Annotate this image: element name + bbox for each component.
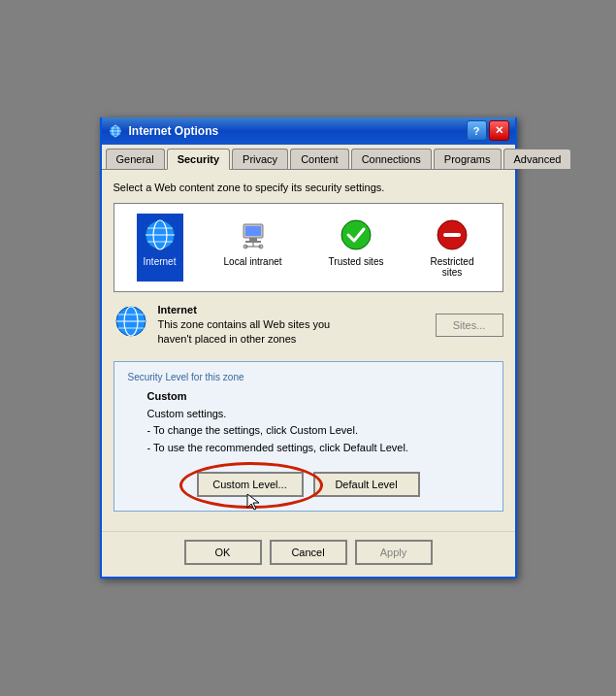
default-level-button[interactable]: Default Level bbox=[313, 472, 420, 497]
level-buttons: Custom Level... Default Level bbox=[128, 472, 489, 497]
zone-internet-label: Internet bbox=[144, 256, 177, 267]
custom-level-btn-wrapper: Custom Level... bbox=[197, 472, 304, 497]
custom-level-button[interactable]: Custom Level... bbox=[197, 472, 304, 497]
zone-info-text: Internet This zone contains all Web site… bbox=[158, 304, 426, 348]
title-bar: Internet Options ? ✕ bbox=[102, 117, 515, 145]
title-bar-buttons: ? ✕ bbox=[467, 120, 509, 141]
svg-rect-11 bbox=[245, 226, 261, 236]
dialog-footer: OK Cancel Apply bbox=[102, 531, 515, 577]
trusted-sites-zone-icon bbox=[339, 217, 373, 252]
zone-info-title: Internet bbox=[158, 304, 426, 315]
svg-point-18 bbox=[341, 220, 371, 249]
tab-general[interactable]: General bbox=[106, 149, 165, 169]
local-intranet-zone-icon bbox=[236, 217, 271, 252]
apply-button[interactable]: Apply bbox=[355, 540, 433, 565]
zone-info-desc: This zone contains all Web sites youhave… bbox=[158, 317, 426, 348]
zone-restricted-sites-label: Restricted sites bbox=[430, 256, 473, 278]
zones-box: Internet Loca bbox=[113, 203, 503, 292]
tab-programs[interactable]: Programs bbox=[434, 149, 502, 169]
dialog-title: Internet Options bbox=[129, 124, 467, 138]
security-level-box: Security Level for this zone Custom Cust… bbox=[113, 361, 503, 513]
restricted-sites-zone-icon bbox=[435, 217, 470, 252]
tab-advanced[interactable]: Advanced bbox=[503, 149, 572, 169]
ok-button[interactable]: OK bbox=[184, 540, 262, 565]
zone-info-row: Internet This zone contains all Web site… bbox=[113, 304, 503, 348]
tab-content[interactable]: Content bbox=[290, 149, 349, 169]
zone-internet[interactable]: Internet bbox=[137, 214, 183, 282]
zone-restricted-sites[interactable]: Restricted sites bbox=[424, 214, 479, 282]
intro-text: Select a Web content zone to specify its… bbox=[113, 182, 503, 193]
zone-globe-icon bbox=[113, 304, 148, 339]
help-button[interactable]: ? bbox=[467, 120, 487, 141]
sites-button[interactable]: Sites... bbox=[436, 314, 503, 337]
tab-privacy[interactable]: Privacy bbox=[232, 149, 288, 169]
cancel-button[interactable]: Cancel bbox=[270, 540, 347, 565]
security-level-title: Security Level for this zone bbox=[128, 372, 489, 382]
custom-level-desc: Custom settings. - To change the setting… bbox=[147, 406, 489, 457]
svg-rect-20 bbox=[443, 233, 461, 237]
zone-trusted-sites-label: Trusted sites bbox=[329, 256, 384, 267]
content-area: Select a Web content zone to specify its… bbox=[102, 170, 515, 532]
internet-options-dialog: Internet Options ? ✕ General Security Pr… bbox=[100, 117, 517, 580]
zone-local-intranet[interactable]: Local intranet bbox=[218, 214, 288, 282]
tab-connections[interactable]: Connections bbox=[351, 149, 432, 169]
svg-rect-12 bbox=[249, 238, 257, 241]
zone-local-intranet-label: Local intranet bbox=[224, 256, 282, 267]
tabs-bar: General Security Privacy Content Connect… bbox=[102, 145, 515, 170]
zone-trusted-sites[interactable]: Trusted sites bbox=[323, 214, 390, 282]
dialog-icon bbox=[108, 123, 123, 139]
internet-zone-icon bbox=[143, 217, 178, 252]
tab-security[interactable]: Security bbox=[167, 149, 230, 170]
svg-rect-13 bbox=[245, 241, 261, 243]
close-button[interactable]: ✕ bbox=[489, 120, 509, 141]
custom-level-label: Custom bbox=[147, 390, 489, 402]
